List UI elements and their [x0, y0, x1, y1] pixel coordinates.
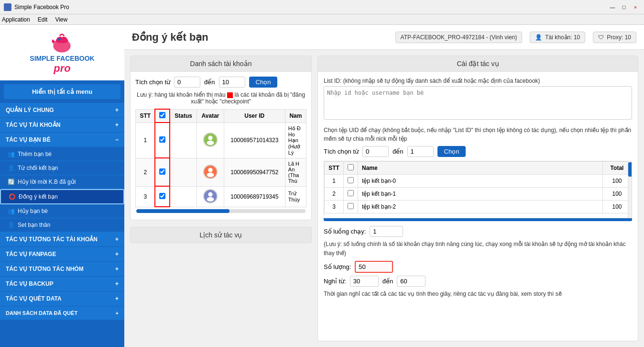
app-title: Simple Facebook Pro: [14, 4, 69, 11]
row-checkbox-2[interactable]: [159, 168, 165, 175]
account-badge: 👤 Tài khoản: 10: [530, 32, 585, 43]
svg-point-1: [58, 38, 61, 40]
maximize-button[interactable]: □: [619, 2, 629, 12]
col-checkbox: [155, 109, 170, 123]
sidebar-section-quet-data[interactable]: TÁC VỤ QUÉT DATA +: [0, 291, 124, 306]
file-check-2: [344, 188, 358, 201]
table-row: 3: [136, 186, 306, 207]
menu-application[interactable]: Application: [2, 16, 30, 23]
nghi-tu-input[interactable]: [350, 276, 379, 287]
chon-button-2[interactable]: Chọn: [437, 146, 466, 157]
file-select-from-input[interactable]: [362, 146, 389, 157]
accounts-table-container: STT Status Avatar User ID Nam: [135, 109, 306, 215]
sidebar-item-huy-loi-moi[interactable]: 🔄 Hủy lời mời K.B đã gửi: [0, 175, 124, 189]
file-col-check: [344, 162, 358, 175]
file-total-3: 100: [603, 201, 632, 213]
accounts-panel-header: Danh sách tài khoản: [131, 56, 311, 72]
file-checkbox-1[interactable]: [348, 177, 354, 183]
sidebar-item-them-ban-be[interactable]: 👥 Thêm bạn bè: [0, 147, 124, 161]
panels-area: Danh sách tài khoản Tích chọn từ đến Chọ…: [124, 50, 644, 347]
svg-point-7: [207, 172, 214, 177]
dong-y-icon: ⭕: [9, 193, 16, 200]
settings-header: Cài đặt tác vụ: [318, 56, 638, 72]
file-select-all[interactable]: [348, 164, 354, 170]
file-check-3: [344, 201, 358, 213]
file-table-progress: [324, 218, 632, 221]
file-check-1: [344, 175, 358, 188]
sidebar-section-tac-vu-tuong-tac[interactable]: TÁC VỤ TƯƠNG TÁC TÀI KHOẢN +: [0, 232, 124, 247]
menu-bar: Application Edit View: [0, 14, 644, 25]
list-id-textarea[interactable]: [324, 86, 632, 120]
show-menu-button[interactable]: Hiển thị tất cả menu: [4, 84, 120, 99]
tu-choi-icon: 👤: [8, 165, 15, 171]
file-select-description: Chọn tệp UID để chạy (không bắt buộc, nế…: [324, 126, 632, 143]
so-luong-row: Số lượng:: [324, 261, 632, 273]
vertical-scrollbar[interactable]: [628, 161, 632, 218]
file-row: 2 tệp kết bạn-1 100: [325, 188, 632, 201]
avatar-1: [203, 133, 218, 147]
cell-avatar: [197, 123, 224, 158]
sidebar-section-tac-vu-tai-khoan[interactable]: TÁC VỤ TÀI KHOẢN +: [0, 118, 124, 133]
select-to-input[interactable]: [219, 77, 245, 88]
cell-userid-2: 100069950947752: [224, 158, 285, 186]
left-panel: Danh sách tài khoản Tích chọn từ đến Chọ…: [130, 56, 312, 341]
row-checkbox-1[interactable]: [159, 136, 165, 143]
close-button[interactable]: ×: [631, 2, 640, 12]
menu-view[interactable]: View: [55, 16, 67, 23]
cell-check: [155, 123, 170, 158]
cell-name-3: TrứThùy: [285, 186, 306, 207]
file-stt-2: 2: [325, 188, 344, 201]
sidebar-item-tu-choi-ket-ban[interactable]: 👤 Từ chối kết bạn: [0, 161, 124, 175]
license-text: ATP-FACEBOOK_PRO-4972184 - (Vinh vien): [401, 34, 517, 41]
col-stt: STT: [136, 109, 155, 123]
file-select-to-input[interactable]: [407, 146, 434, 157]
file-row: 3 tệp kết bạn-2 100: [325, 201, 632, 213]
file-name-3: tệp kết bạn-2: [358, 201, 603, 213]
select-from-input[interactable]: [174, 77, 200, 88]
app-icon: [4, 3, 11, 11]
sidebar-section-quan-ly-chung[interactable]: QUẢN LÝ CHUNG +: [0, 103, 124, 118]
cell-check: [155, 158, 170, 186]
accounts-panel: Danh sách tài khoản Tích chọn từ đến Chọ…: [130, 56, 312, 220]
file-select-range-row: Tích chọn từ đến Chọn: [324, 146, 632, 157]
so-luong-chay-input[interactable]: [370, 226, 403, 237]
svg-point-10: [207, 197, 214, 201]
sidebar-item-set-ban-than[interactable]: 👤 Set bạn thân: [0, 218, 124, 232]
select-all-checkbox[interactable]: [159, 112, 165, 118]
horizontal-scrollbar[interactable]: [136, 209, 306, 213]
so-luong-input[interactable]: [355, 261, 393, 273]
sidebar-item-huy-ban-be[interactable]: 👥 Hủy bạn bè: [0, 204, 124, 218]
so-luong-label: Số lượng:: [324, 263, 351, 270]
svg-point-4: [207, 141, 214, 145]
file-col-name: Name: [358, 162, 603, 175]
set-ban-than-icon: 👤: [8, 222, 15, 228]
sidebar-item-dong-y-ket-ban[interactable]: ⭕ Đồng ý kết bạn: [0, 189, 124, 204]
row-checkbox-3[interactable]: [159, 193, 165, 199]
cell-avatar: [197, 186, 224, 207]
sidebar-section-danh-sach[interactable]: DANH SÁCH DATA ĐÃ QUÉT +: [0, 306, 124, 320]
col-userid: User ID: [224, 109, 285, 123]
sidebar-section-tac-vu-ban-be[interactable]: TÁC VỤ BẠN BÈ −: [0, 133, 124, 147]
sidebar-section-fanpage[interactable]: TÁC VỤ FANPAGE +: [0, 247, 124, 262]
menu-edit[interactable]: Edit: [38, 16, 48, 23]
minimize-button[interactable]: —: [608, 2, 617, 12]
sidebar-section-backup[interactable]: TÁC VỤ BACKUP +: [0, 277, 124, 291]
account-count: Tài khoản: 10: [545, 34, 580, 41]
file-checkbox-2[interactable]: [348, 190, 354, 196]
sidebar-section-nhom[interactable]: TÁC VỤ TƯƠNG TÁC NHÓM +: [0, 262, 124, 277]
nghi-row: Nghỉ từ: đến: [324, 276, 632, 287]
huy-ban-be-icon: 👥: [8, 208, 15, 214]
cell-avatar: [197, 158, 224, 186]
main-layout: SIMPLE FACEBOOK pro Hiển thị tất cả menu…: [0, 25, 644, 347]
den-input[interactable]: [397, 276, 426, 287]
cell-stt: 2: [136, 158, 155, 186]
window-controls[interactable]: — □ ×: [608, 2, 640, 12]
logo-icon: [49, 31, 75, 55]
svg-point-9: [208, 192, 212, 196]
proxy-badge: 🛡 Proxy: 10: [593, 32, 636, 43]
red-square-icon: [227, 92, 233, 98]
cell-name-1: Hồ ĐHoHạn(HướLý: [285, 123, 306, 158]
sidebar: SIMPLE FACEBOOK pro Hiển thị tất cả menu…: [0, 25, 124, 347]
chon-button[interactable]: Chọn: [249, 77, 278, 88]
file-checkbox-3[interactable]: [348, 203, 354, 209]
